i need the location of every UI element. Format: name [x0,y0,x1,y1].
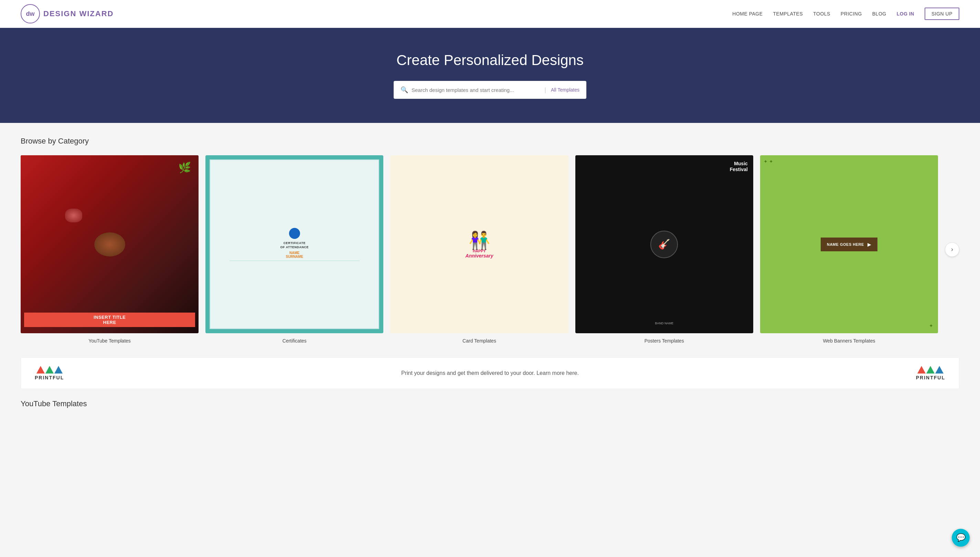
nav-templates[interactable]: TEMPLATES [773,11,803,16]
category-thumb-web-banners: ✦ ✦ NAME GOES HERE ▶ ✦ [760,155,938,333]
categories-row: 🌿 INSERT TITLEHERE YouTube Templates CER… [21,155,959,344]
card-couple-icon: 👫 HAPPYAnniversary [466,230,493,259]
triangle-blue [54,366,63,373]
triangle-green [46,366,54,373]
category-web-banners[interactable]: ✦ ✦ NAME GOES HERE ▶ ✦ Web Banners Templ… [760,155,938,344]
category-thumb-certificates: CERTIFICATEOF ATTENDANCE NAMESURNAME [205,155,384,333]
poster-music-title: MusicFestival [730,161,748,173]
category-label-cards: Card Templates [463,338,496,344]
banner-star-bottom: ✦ [929,323,933,328]
category-label-certificates: Certificates [283,338,307,344]
triangle-green-right [926,366,934,373]
printful-text: Print your designs and get them delivere… [64,370,916,376]
printful-name-right: PRINTFUL [916,375,945,380]
logo-name: DESIGN WIZARD [43,9,114,18]
poster-circle: 🎸 [650,231,678,258]
nav-blog[interactable]: BLOG [872,11,886,16]
triangle-red [36,366,45,373]
cert-name-text: NAMESURNAME [286,251,304,259]
food-image: 🌿 [21,155,198,333]
hero-title: Create Personalized Designs [7,52,973,68]
cert-inner: CERTIFICATEOF ATTENDANCE NAMESURNAME [210,160,379,329]
next-category-button[interactable]: › [945,243,959,257]
category-label-web-banners: Web Banners Templates [823,338,875,344]
banner-arrow-icon: ▶ [868,242,871,247]
poster-band-name: BAND NAME [655,321,673,325]
category-thumb-posters: MusicFestival 🎸 BAND NAME [575,155,753,333]
category-thumb-youtube: 🌿 INSERT TITLEHERE [21,155,198,333]
cert-seal [289,228,300,239]
search-divider: | [544,86,546,94]
printful-triangles-right [917,366,944,373]
nav-tools[interactable]: TOOLS [813,11,830,16]
search-bar: 🔍 | All Templates [394,81,586,99]
search-input[interactable] [411,87,540,93]
search-icon: 🔍 [401,86,408,94]
cert-title-text: CERTIFICATEOF ATTENDANCE [280,241,309,249]
triangle-red-right [917,366,926,373]
banner-label: NAME GOES HERE [827,243,864,246]
youtube-section-title: YouTube Templates [0,396,980,415]
printful-logo-left: PRINTFUL [35,366,64,380]
printful-triangles-left [36,366,63,373]
category-youtube[interactable]: 🌿 INSERT TITLEHERE YouTube Templates [21,155,198,344]
printful-logo-right: PRINTFUL [916,366,945,380]
logo-initials: dw [26,10,35,18]
all-templates-link[interactable]: All Templates [551,87,579,93]
hero-section: Create Personalized Designs 🔍 | All Temp… [0,28,980,123]
printful-name-left: PRINTFUL [35,375,64,380]
category-label-posters: Posters Templates [645,338,684,344]
logo-circle: dw [21,4,40,23]
nav-links: HOME PAGE TEMPLATES TOOLS PRICING BLOG L… [732,8,959,20]
category-cards[interactable]: 👫 HAPPYAnniversary Card Templates [390,155,568,344]
navbar: dw DESIGN WIZARD HOME PAGE TEMPLATES TOO… [0,0,980,28]
nav-login[interactable]: LOG IN [897,11,914,16]
category-certificates[interactable]: CERTIFICATEOF ATTENDANCE NAMESURNAME Cer… [205,155,384,344]
browse-title: Browse by Category [21,137,959,146]
category-posters[interactable]: MusicFestival 🎸 BAND NAME Posters Templa… [575,155,753,344]
banner-inner: NAME GOES HERE ▶ [821,238,878,251]
yt-insert-title: INSERT TITLEHERE [24,313,195,327]
banner-stars-top: ✦ ✦ [764,159,773,164]
nav-pricing[interactable]: PRICING [841,11,862,16]
nav-home[interactable]: HOME PAGE [732,11,762,16]
browse-section: Browse by Category 🌿 INSERT TITLEHERE Yo… [0,123,980,350]
printful-banner: PRINTFUL Print your designs and get them… [21,357,959,389]
category-thumb-cards: 👫 HAPPYAnniversary [390,155,568,333]
logo-link[interactable]: dw DESIGN WIZARD [21,4,114,23]
category-label-youtube: YouTube Templates [88,338,130,344]
nav-signup[interactable]: SIGN UP [925,8,959,20]
card-happy-anniversary: HAPPYAnniversary [466,249,493,259]
triangle-blue-right [935,366,944,373]
cert-line [229,261,360,261]
